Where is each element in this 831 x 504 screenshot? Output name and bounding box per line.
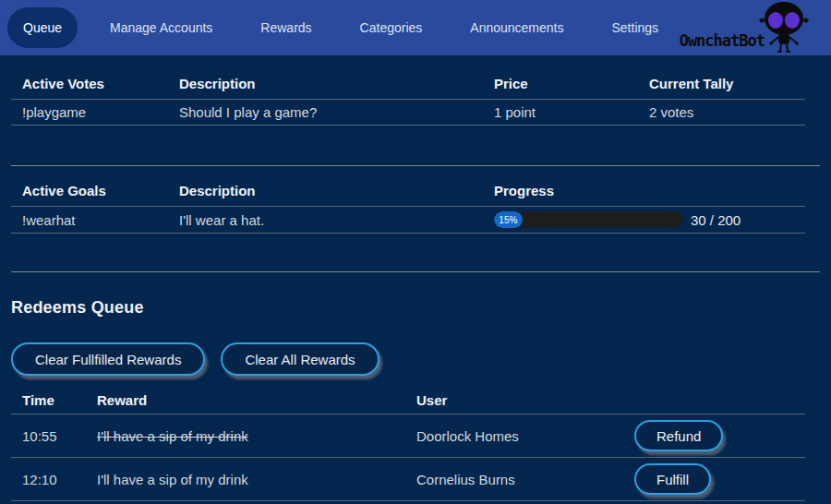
- goal-progress-count: 30 / 200: [691, 212, 741, 228]
- page-title: Redeems Queue: [11, 298, 820, 318]
- table-row: !wearhat I'll wear a hat. 15% 30 / 200: [11, 207, 805, 234]
- logo-text: OwnchatBot: [680, 31, 765, 50]
- goal-command: !wearhat: [11, 207, 168, 234]
- main-content: Active Votes Description Price Current T…: [11, 55, 820, 501]
- redeem-reward: I'll have a sip of my drink: [86, 458, 405, 501]
- redeems-queue-table: Time Reward User 10:55 I'll have a sip o…: [11, 387, 805, 501]
- nav-item-announcements[interactable]: Announcements: [454, 7, 579, 48]
- clear-all-rewards-button[interactable]: Clear All Rewards: [221, 342, 379, 376]
- redeems-queue-section: Redeems Queue Clear Fullfilled Rewards C…: [11, 272, 820, 501]
- column-header-active-goals: Active Goals: [11, 175, 168, 207]
- redeem-user: Doorlock Homes: [405, 414, 623, 458]
- column-header-reward: Reward: [86, 387, 405, 414]
- active-votes-section: Active Votes Description Price Current T…: [11, 55, 820, 166]
- active-votes-header-row: Active Votes Description Price Current T…: [11, 68, 805, 100]
- redeem-time: 10:55: [11, 414, 86, 458]
- nav-item-categories[interactable]: Categories: [344, 7, 439, 48]
- column-header-active-votes: Active Votes: [11, 68, 168, 100]
- redeem-reward-text: I'll have a sip of my drink: [97, 428, 248, 444]
- column-header-description: Description: [168, 68, 483, 100]
- goal-progress-percent-label: 15%: [499, 215, 517, 225]
- redeem-action-cell: Refund: [623, 414, 805, 458]
- vote-price: 1 point: [483, 100, 638, 126]
- table-row: !playgame Should I play a game? 1 point …: [11, 100, 805, 126]
- top-nav: Queue Manage Accounts Rewards Categories…: [0, 0, 831, 55]
- active-goals-section: Active Goals Description Progress !wearh…: [11, 166, 820, 272]
- column-header-current-tally: Current Tally: [638, 68, 805, 100]
- logo: OwnchatBot: [628, 0, 813, 55]
- nav-item-rewards[interactable]: Rewards: [245, 7, 327, 48]
- redeems-header-row: Time Reward User: [11, 387, 805, 414]
- redeem-time: 12:10: [11, 458, 86, 501]
- goal-description: I'll wear a hat.: [168, 207, 483, 234]
- goal-progress-cell: 15% 30 / 200: [483, 207, 805, 234]
- active-goals-header-row: Active Goals Description Progress: [11, 175, 805, 207]
- robot-logo-icon: [757, 1, 811, 54]
- column-header-description: Description: [168, 175, 483, 207]
- table-row: 12:10 I'll have a sip of my drink Cornel…: [11, 458, 805, 501]
- active-goals-table: Active Goals Description Progress !wearh…: [11, 175, 805, 234]
- column-header-progress: Progress: [483, 175, 805, 207]
- column-header-time: Time: [11, 387, 86, 414]
- clear-fulfilled-rewards-button[interactable]: Clear Fullfilled Rewards: [11, 342, 205, 376]
- redeem-user: Cornelius Burns: [405, 458, 623, 501]
- column-header-price: Price: [483, 68, 638, 100]
- refund-button[interactable]: Refund: [634, 420, 723, 451]
- column-header-action: [623, 387, 805, 414]
- table-row: 10:55 I'll have a sip of my drink Doorlo…: [11, 414, 805, 458]
- redeem-reward-text: I'll have a sip of my drink: [97, 472, 248, 487]
- fulfill-button[interactable]: Fulfill: [634, 463, 711, 495]
- column-header-user: User: [405, 387, 623, 414]
- redeem-reward: I'll have a sip of my drink: [86, 414, 405, 458]
- nav-item-manage-accounts[interactable]: Manage Accounts: [94, 7, 228, 48]
- vote-tally: 2 votes: [638, 100, 805, 126]
- redeem-action-cell: Fulfill: [623, 458, 805, 501]
- redeems-toolbar: Clear Fullfilled Rewards Clear All Rewar…: [11, 342, 820, 376]
- vote-command: !playgame: [11, 100, 168, 126]
- active-votes-table: Active Votes Description Price Current T…: [11, 68, 805, 126]
- vote-description: Should I play a game?: [168, 100, 483, 126]
- nav-item-queue[interactable]: Queue: [7, 7, 78, 48]
- goal-progress-fill: 15%: [494, 211, 523, 228]
- goal-progress-bar: 15%: [494, 211, 683, 228]
